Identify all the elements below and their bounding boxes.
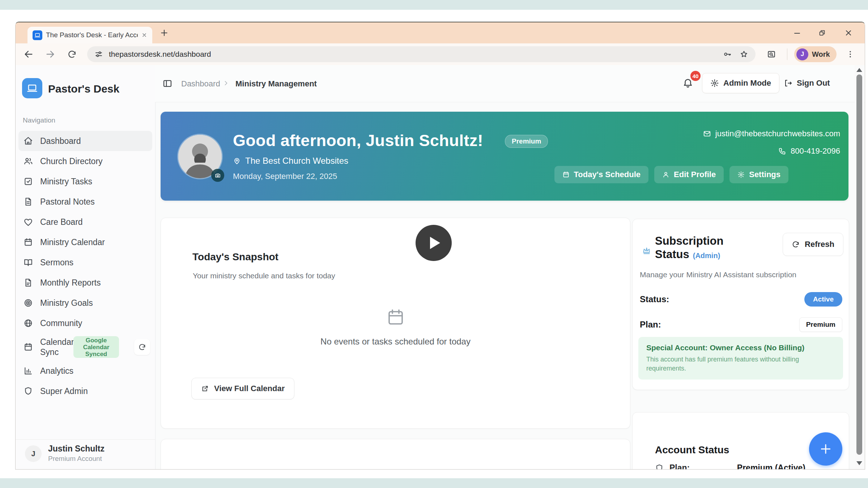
snapshot-subtitle: Your ministry schedule and tasks for tod… — [193, 271, 335, 280]
edit-profile-button[interactable]: Edit Profile — [654, 166, 724, 183]
refresh-button[interactable]: Refresh — [783, 233, 843, 256]
back-icon[interactable] — [22, 48, 35, 61]
sidebar-item-care-board[interactable]: Care Board — [18, 212, 152, 232]
bar-chart-icon — [24, 366, 33, 376]
report-file-icon — [24, 278, 33, 287]
breadcrumb-chevron-icon — [222, 80, 230, 88]
crown-icon — [642, 246, 651, 257]
gear-icon — [710, 79, 719, 87]
calendar-icon — [24, 237, 33, 247]
admin-mode-button[interactable]: Admin Mode — [702, 73, 779, 93]
premium-badge: Premium — [505, 135, 548, 148]
passwords-key-icon[interactable] — [723, 50, 732, 59]
page-scrollbar[interactable] — [855, 65, 864, 469]
gear-icon — [737, 171, 745, 178]
status-row: Status: Active — [640, 292, 842, 307]
browser-toolbar: thepastorsdesk.net/dashboard J Work — [16, 43, 865, 65]
video-play-button[interactable] — [416, 225, 452, 261]
sidebar-item-church-directory[interactable]: Church Directory — [18, 151, 152, 171]
breadcrumb-current: Ministry Management — [235, 79, 317, 89]
sidebar-user[interactable]: J Justin Schultz Premium Account — [16, 439, 155, 469]
users-icon — [24, 157, 33, 166]
date-line: Monday, September 22, 2025 — [233, 172, 337, 181]
home-icon — [24, 136, 33, 146]
forward-icon[interactable] — [44, 48, 57, 61]
bottom-strip — [0, 478, 868, 488]
sidebar-item-ministry-calendar[interactable]: Ministry Calendar — [18, 232, 152, 252]
sign-out-button[interactable]: Sign Out — [784, 73, 830, 93]
sync-refresh-icon[interactable] — [134, 339, 150, 355]
book-open-icon — [24, 258, 33, 267]
browser-window: The Pastor's Desk - Early Acces — [15, 22, 865, 470]
user-avatar: J — [25, 445, 42, 462]
sidebar-item-analytics[interactable]: Analytics — [18, 361, 152, 381]
app-logo-icon — [22, 78, 42, 98]
snapshot-empty-text: No events or tasks scheduled for today — [161, 337, 630, 347]
calendar-sync-icon — [24, 342, 33, 352]
page-content: Pastor's Desk Navigation Dashboard Churc… — [16, 65, 865, 469]
sidebar-item-monthly-reports[interactable]: Monthly Reports — [18, 273, 152, 293]
phone-line: 800-419-2096 — [778, 146, 840, 156]
sidebar-item-sermons[interactable]: Sermons — [18, 252, 152, 273]
sidebar-item-dashboard[interactable]: Dashboard — [18, 131, 152, 151]
user-name: Justin Schultz — [48, 444, 105, 454]
add-fab-button[interactable] — [809, 432, 842, 466]
greeting-banner: Good afternoon, Justin Schultz! Premium … — [161, 112, 848, 201]
bookmark-star-icon[interactable] — [740, 50, 748, 59]
window-close-button[interactable] — [843, 27, 854, 38]
todays-snapshot-card: Today's Snapshot Your ministry schedule … — [161, 218, 630, 429]
new-tab-button[interactable] — [159, 28, 169, 39]
url-text[interactable]: thepastorsdesk.net/dashboard — [109, 50, 723, 59]
app-name: Pastor's Desk — [48, 83, 119, 95]
app-topbar: Dashboard Ministry Management 40 Admin M… — [155, 65, 865, 102]
sidebar-item-super-admin[interactable]: Super Admin — [18, 381, 152, 401]
scroll-down-arrow[interactable] — [856, 461, 862, 465]
shield-icon — [24, 386, 33, 396]
church-line: The Best Church Websites — [233, 156, 348, 166]
card-partial — [161, 439, 630, 470]
url-bar[interactable]: thepastorsdesk.net/dashboard — [87, 46, 756, 62]
tab-close-icon[interactable] — [141, 32, 147, 38]
scroll-up-arrow[interactable] — [856, 68, 862, 72]
email-line: justin@thebestchurchwebsites.com — [703, 129, 840, 138]
search-sidebar-icon[interactable] — [765, 48, 778, 61]
target-icon — [24, 298, 33, 308]
scrollbar-thumb[interactable] — [856, 74, 862, 455]
sidebar-toggle-icon[interactable] — [162, 78, 173, 90]
reload-icon[interactable] — [65, 48, 78, 61]
site-settings-icon[interactable] — [94, 50, 103, 59]
browser-menu-icon[interactable] — [844, 48, 857, 61]
mail-icon — [703, 130, 711, 138]
sidebar-item-pastoral-notes[interactable]: Pastoral Notes — [18, 192, 152, 212]
person-icon — [662, 171, 669, 178]
screenshot-canvas: The Pastor's Desk - Early Acces — [0, 0, 868, 488]
account-status-title: Account Status — [655, 444, 729, 456]
phone-icon — [778, 147, 786, 155]
todays-schedule-button[interactable]: Today's Schedule — [554, 166, 649, 183]
subscription-title: Subscription Status(Admin) — [655, 234, 723, 262]
google-calendar-synced-badge: Google Calendar Synced — [73, 336, 119, 358]
toolbar-separator — [787, 48, 787, 60]
profile-label: Work — [812, 50, 830, 59]
view-full-calendar-button[interactable]: View Full Calendar — [191, 378, 294, 399]
browser-profile-chip[interactable]: J Work — [794, 46, 837, 62]
hero-actions: Today's Schedule Edit Profile Settings — [554, 166, 788, 183]
sidebar-item-ministry-goals[interactable]: Ministry Goals — [18, 293, 152, 313]
window-restore-button[interactable] — [817, 27, 827, 38]
browser-tab[interactable]: The Pastor's Desk - Early Acces — [27, 27, 152, 43]
admin-tag: (Admin) — [693, 252, 720, 260]
play-icon — [430, 237, 440, 249]
sidebar-nav: Dashboard Church Directory Ministry Task… — [18, 131, 152, 401]
breadcrumb-parent[interactable]: Dashboard — [181, 79, 220, 89]
sidebar-item-calendar-sync[interactable]: Calendar Sync Google Calendar Synced — [18, 333, 152, 361]
user-plan: Premium Account — [48, 455, 102, 463]
window-minimize-button[interactable] — [792, 27, 803, 38]
sidebar-item-community[interactable]: Community — [18, 313, 152, 333]
subscription-status-card: Subscription Status(Admin) Refresh Manag… — [632, 219, 849, 390]
camera-icon[interactable] — [211, 169, 224, 182]
settings-button[interactable]: Settings — [729, 166, 788, 183]
tab-title: The Pastor's Desk - Early Acces — [46, 31, 138, 39]
plan-premium-badge: Premium — [799, 317, 842, 332]
sidebar-item-ministry-tasks[interactable]: Ministry Tasks — [18, 171, 152, 192]
sign-out-icon — [784, 79, 792, 87]
